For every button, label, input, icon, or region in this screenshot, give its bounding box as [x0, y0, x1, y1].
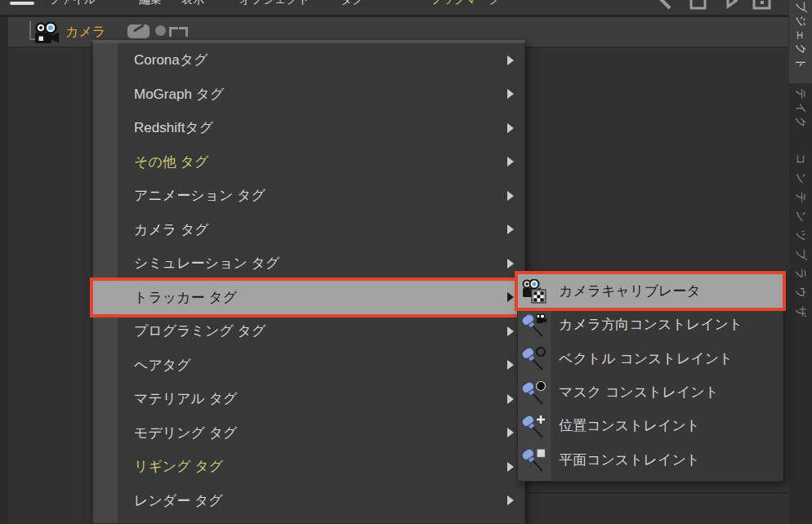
submenu-item-label: カメラ方向コンストレイント [559, 315, 743, 334]
submenu-arrow-icon [507, 191, 514, 201]
tag-menu-item-camera[interactable]: カメラ タグ [93, 213, 524, 247]
submenu-item-camera-calibrator[interactable]: カメラキャリブレータ [518, 274, 783, 308]
tag-menu-item-label: マテリアル タグ [134, 389, 238, 408]
tab-take-label: テイク [793, 88, 808, 131]
tag-menu-item-label: プログラミング タグ [134, 322, 265, 340]
tab-object-manager[interactable]: オブジェクト [789, 0, 812, 83]
tab-object-manager-label: オブジェクト [793, 0, 808, 72]
menu-object[interactable]: オブジェクト [239, 0, 310, 7]
pin-camera-icon [522, 313, 547, 337]
submenu-arrow-icon [507, 462, 514, 472]
tag-menu-item-corona[interactable]: Coronaタグ [93, 43, 524, 78]
tag-menu-item-other[interactable]: その他 タグ [93, 145, 524, 180]
submenu-arrow-icon [507, 259, 514, 269]
submenu-item-label: ベクトル コンストレイント [559, 349, 734, 368]
menu-view[interactable]: 表示 [181, 0, 204, 7]
submenu-arrow-icon [507, 157, 514, 167]
hamburger-menu-icon[interactable] [10, 0, 34, 8]
tag-menu-item-label: その他 タグ [134, 153, 208, 171]
filter-pen-icon[interactable] [655, 0, 673, 11]
submenu-arrow-icon [507, 360, 514, 370]
tag-menu-item-modeling[interactable]: モデリング タグ [93, 416, 524, 451]
tag-menu-item-label: アニメーション タグ [134, 186, 265, 205]
submenu-arrow-icon [507, 292, 514, 302]
tag-menu-item-label: シミュレーション タグ [134, 254, 279, 273]
flag-icon[interactable] [724, 0, 740, 11]
submenu-arrow-icon [507, 394, 514, 404]
submenu-item-plane-constraint[interactable]: 平面コンストレイント [518, 442, 783, 476]
tab-content-browser-label: コンテンツブラウザ [793, 153, 808, 325]
tag-menu-item-label: モデリング タグ [134, 424, 238, 442]
panel-left-inset [0, 17, 8, 524]
tag-menu-item-label: トラッカー タグ [134, 288, 237, 307]
target-square-icon[interactable] [752, 0, 773, 11]
submenu-item-label: マスク コンストレイント [559, 383, 719, 402]
tag-menu-item-render[interactable]: レンダー タグ [93, 484, 524, 518]
submenu-item-mask-constraint[interactable]: マスク コンストレイント [518, 375, 783, 409]
corner-bracket-right-icon [179, 27, 188, 37]
submenu-arrow-icon [507, 224, 514, 234]
submenu-item-label: 位置コンストレイント [559, 416, 700, 435]
submenu-arrow-icon [507, 89, 514, 99]
object-manager-menu-bar: ファイル 編集 表示 オブジェクト タグ ブックマーク [0, 0, 812, 17]
tag-menu-item-rigging[interactable]: リギング タグ [93, 450, 524, 484]
menu-edit[interactable]: 編集 [139, 0, 162, 7]
pin-dot-icon [522, 380, 547, 405]
submenu-item-label: カメラキャリブレータ [559, 282, 701, 300]
tag-menu-item-material[interactable]: マテリアル タグ [93, 382, 524, 416]
side-tab-strip: オブジェクト テイク コンテンツブラウザ [789, 0, 812, 524]
tag-menu-item-simulation[interactable]: シミュレーション タグ [93, 246, 524, 281]
tag-menu-item-programming[interactable]: プログラミング タグ [93, 314, 524, 349]
tag-menu-item-label: Redshiftタグ [134, 118, 213, 137]
pin-plus-icon [522, 414, 547, 438]
camera-calibrator-icon [522, 279, 547, 304]
tag-menu-item-redshift[interactable]: Redshiftタグ [93, 111, 524, 145]
frame-icon[interactable] [689, 0, 708, 11]
tab-take[interactable]: テイク [789, 85, 812, 142]
submenu-arrow-icon [507, 495, 514, 505]
submenu-item-position-constraint[interactable]: 位置コンストレイント [518, 409, 783, 442]
pin-square-icon [522, 447, 547, 472]
tag-menu-item-label: Coronaタグ [134, 51, 208, 69]
tag-menu-item-mograph[interactable]: MoGraph タグ [93, 78, 524, 112]
submenu-arrow-icon [507, 56, 514, 65]
tag-menu-item-label: MoGraph タグ [134, 85, 224, 104]
submenu-arrow-icon [507, 123, 514, 133]
tag-menu-item-hair[interactable]: ヘアタグ [93, 349, 524, 383]
tag-context-menu: Coronaタグ MoGraph タグ Redshiftタグ その他 タグ アニ… [92, 40, 525, 524]
menu-bookmark[interactable]: ブックマーク [431, 0, 501, 7]
menu-tag[interactable]: タグ [341, 0, 364, 7]
tag-menu-item-animation[interactable]: アニメーション タグ [93, 179, 524, 213]
tag-menu-item-label: リギング タグ [134, 457, 223, 476]
object-name-label[interactable]: カメラ [65, 24, 105, 41]
tag-menu-item-tracker[interactable]: トラッカー タグ [93, 281, 524, 315]
submenu-item-label: 平面コンストレイント [559, 451, 700, 469]
tracker-tag-submenu: カメラキャリブレータ カメラ方向コンストレイント [517, 271, 783, 482]
tab-content-browser[interactable]: コンテンツブラウザ [789, 150, 812, 351]
panel-divider [517, 492, 788, 494]
camera-object-icon[interactable] [34, 22, 60, 44]
pin-circle-icon [522, 346, 547, 371]
visibility-dot-icon[interactable] [155, 25, 166, 36]
cinema4d-object-manager-window: ファイル 編集 表示 オブジェクト タグ ブックマーク カメラ オブジェクト テ… [0, 0, 812, 524]
tag-menu-item-label: カメラ タグ [134, 220, 209, 239]
edit-toggle-icon[interactable] [127, 24, 149, 38]
menu-file[interactable]: ファイル [49, 0, 96, 7]
submenu-arrow-icon [507, 326, 514, 336]
submenu-item-vector-constraint[interactable]: ベクトル コンストレイント [518, 342, 783, 375]
submenu-item-camera-direction-constraint[interactable]: カメラ方向コンストレイント [518, 308, 783, 341]
tag-menu-item-label: レンダー タグ [134, 491, 223, 510]
submenu-arrow-icon [507, 428, 514, 437]
corner-bracket-left-icon [169, 27, 178, 37]
tag-menu-item-label: ヘアタグ [134, 356, 191, 375]
